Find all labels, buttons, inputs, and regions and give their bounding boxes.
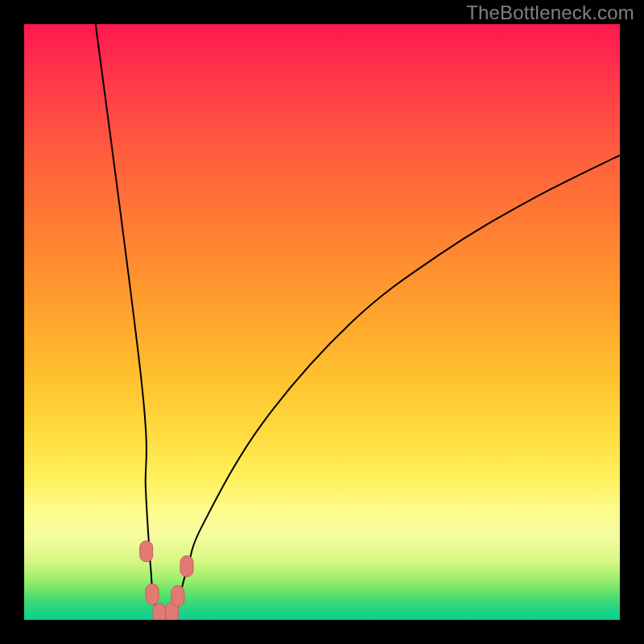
curve-marker [180, 555, 193, 576]
curve-marker [171, 585, 184, 606]
chart-svg [24, 24, 620, 620]
plot-area [24, 24, 620, 620]
curve-marker [146, 584, 159, 605]
chart-frame: TheBottleneck.com [0, 0, 644, 644]
watermark-text: TheBottleneck.com [466, 2, 634, 24]
curve-marker [153, 604, 166, 620]
marker-group [140, 541, 193, 620]
curve-marker [140, 541, 153, 562]
bottleneck-curve [96, 24, 620, 617]
